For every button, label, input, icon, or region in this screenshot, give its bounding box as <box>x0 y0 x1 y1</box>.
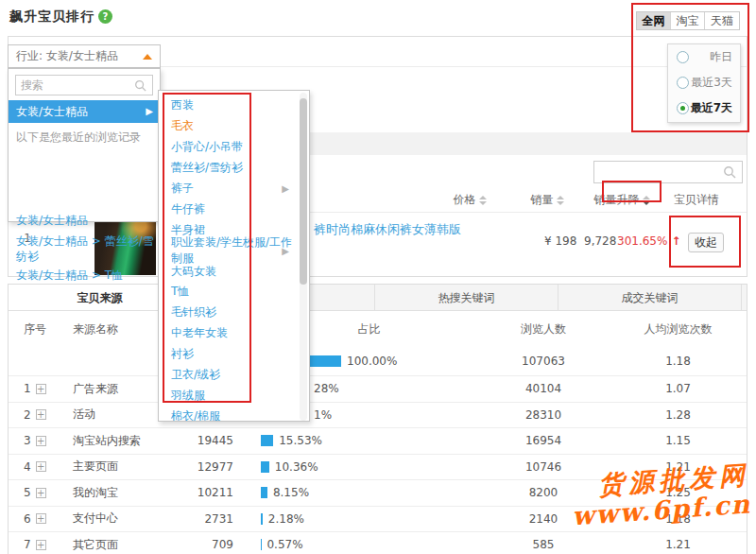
collapse-button[interactable]: 收起 <box>688 233 724 252</box>
time-option-yesterday[interactable]: 昨日 <box>668 44 740 70</box>
scrollbar-thumb[interactable] <box>300 98 307 285</box>
search-icon <box>134 79 147 93</box>
product-search-input[interactable] <box>593 161 743 183</box>
chevron-right-icon: ▶ <box>146 100 153 123</box>
table-row: 3 淘宝站内搜索 19445 15.53% 16954 1.15 <box>9 427 747 454</box>
expand-plus-icon[interactable] <box>36 488 46 498</box>
tab-hot-keywords[interactable]: 热搜关键词 <box>375 285 558 310</box>
product-sales-change: 301.65%↑ <box>617 234 680 248</box>
source-table-header: 序号 来源名称 占比 浏览人数 人均浏览次数 <box>9 311 747 347</box>
tab-taobao[interactable]: 淘宝 <box>671 12 705 29</box>
source-table-rows: 100.00% 107063 1.18 1 广告来源 28% 40104 1.0… <box>9 347 747 554</box>
time-option-7days[interactable]: 最近7天 <box>668 95 740 121</box>
search-icon <box>723 165 737 180</box>
menu-item[interactable]: 大码女装 <box>159 261 299 282</box>
menu-item-highlighted[interactable]: 毛衣 <box>159 116 299 137</box>
menu-item[interactable]: 羽绒服 <box>159 385 299 406</box>
history-link[interactable]: 女装/女士精品 > 蕾丝衫/雪纺衫 <box>16 234 154 264</box>
share-bar <box>261 461 269 473</box>
radio-selected-icon[interactable] <box>677 102 689 114</box>
history-link[interactable]: 女装/女士精品 > T恤 <box>16 268 154 283</box>
expand-plus-icon[interactable] <box>36 540 46 550</box>
menu-item[interactable]: T恤 <box>159 282 299 303</box>
help-icon[interactable]: ? <box>98 9 112 24</box>
chevron-right-icon: ▶ <box>282 246 289 256</box>
radio-icon[interactable] <box>677 51 689 63</box>
table-row: 5 我的淘宝 10211 8.15% 8200 1.25 <box>9 479 747 506</box>
source-tab-bar: 宝贝来源 热搜关键词 成交关键词 <box>9 285 747 311</box>
table-row: 2 活动 1% 28310 1.28 <box>9 402 747 428</box>
sort-carets <box>479 196 487 205</box>
menu-item[interactable]: 衬衫 <box>159 344 299 365</box>
expand-plus-icon[interactable] <box>36 513 46 524</box>
expand-plus-icon[interactable] <box>36 384 46 394</box>
rise-arrow-icon: ↑ <box>671 234 680 248</box>
industry-select[interactable]: 行业: 女装/女士精品 <box>8 44 161 68</box>
sort-carets <box>643 196 650 205</box>
caret-up-icon <box>143 54 152 60</box>
share-bar <box>261 513 263 525</box>
menu-item[interactable]: 裤子▶ <box>159 179 299 199</box>
table-row-total: 100.00% 107063 1.18 <box>9 347 747 375</box>
history-title: 以下是您最近的浏览记录 <box>16 130 141 146</box>
time-option-3days[interactable]: 最近3天 <box>668 70 740 95</box>
network-scope-tabs: 全网 淘宝 天猫 <box>636 11 740 30</box>
table-row: 1 广告来源 28% 40104 1.07 <box>9 375 747 402</box>
expand-plus-icon[interactable] <box>36 436 46 446</box>
sort-carets <box>557 196 564 205</box>
category-submenu: 西装 毛衣 小背心/小吊带 蕾丝衫/雪纺衫 裤子▶ 牛仔裤 半身裙 职业套装/学… <box>158 90 310 422</box>
share-bar <box>261 435 273 446</box>
time-filter-dropdown: 昨日 最近3天 最近7天 <box>667 43 741 123</box>
source-panel: 宝贝来源 热搜关键词 成交关键词 序号 来源名称 占比 浏览人数 人均浏览次数 … <box>8 284 747 554</box>
page-title: 飙升宝贝排行 <box>9 9 94 26</box>
column-sales-change[interactable]: 销量升降 <box>579 187 664 212</box>
table-row: 6 支付中心 2731 2.18% 2140 1.18 <box>9 506 747 532</box>
share-bar <box>261 487 267 498</box>
table-row: 4 主要页面 12977 10.36% 10746 1.21 <box>9 454 747 480</box>
industry-search-input[interactable] <box>21 78 134 93</box>
expand-plus-icon[interactable] <box>36 461 46 472</box>
menu-item[interactable]: 西装 <box>159 95 299 116</box>
radio-icon[interactable] <box>677 77 689 89</box>
menu-item[interactable]: 毛针织衫 <box>159 303 299 323</box>
column-sales[interactable]: 销量 <box>510 187 584 212</box>
table-row: 7 其它页面 709 0.57% 585 1.21 <box>9 531 747 554</box>
chevron-right-icon: ▶ <box>282 183 289 194</box>
menu-item[interactable]: 中老年女装 <box>159 323 299 344</box>
tab-deal-keywords[interactable]: 成交关键词 <box>558 285 742 310</box>
industry-selected-item[interactable]: 女装/女士精品 ▶ <box>9 100 160 123</box>
history-link[interactable]: 女装/女士精品 <box>16 213 154 228</box>
tab-quanwang[interactable]: 全网 <box>637 12 671 29</box>
expand-plus-icon[interactable] <box>36 409 46 420</box>
product-sales: 9,728 <box>584 234 616 248</box>
menu-item[interactable]: 蕾丝衫/雪纺衫 <box>159 158 299 179</box>
soaring-products-page: 飙升宝贝排行 ? 全网 淘宝 天猫 价格 销量 销量升降 宝贝详情 1 裤时尚棉… <box>0 0 756 554</box>
industry-search[interactable] <box>15 75 153 95</box>
column-detail: 宝贝详情 <box>659 187 734 212</box>
menu-item[interactable]: 职业套装/学生校服/工作制服▶ <box>159 240 299 261</box>
product-price: ¥ 198 <box>544 234 576 248</box>
menu-item[interactable]: 小背心/小吊带 <box>159 137 299 158</box>
industry-dropdown-panel: 女装/女士精品 ▶ 以下是您最近的浏览记录 女装/女士精品 女装/女士精品 > … <box>8 68 161 222</box>
product-title-link[interactable]: 裤时尚棉麻休闲裤女薄韩版 <box>314 221 461 238</box>
menu-item[interactable]: 棉衣/棉服 <box>159 406 299 422</box>
menu-item[interactable]: 牛仔裤 <box>159 199 299 219</box>
column-price[interactable]: 价格 <box>432 187 507 212</box>
tab-tmall[interactable]: 天猫 <box>705 12 739 29</box>
menu-item[interactable]: 卫衣/绒衫 <box>159 365 299 386</box>
